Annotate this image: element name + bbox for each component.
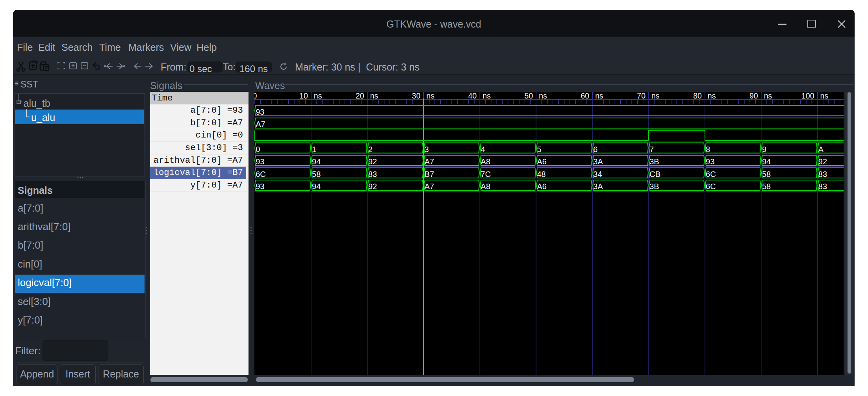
svg-text:ns: ns	[370, 92, 378, 100]
svg-text:B7: B7	[424, 170, 434, 178]
svg-text:A6: A6	[537, 157, 546, 166]
svg-text:60: 60	[581, 92, 589, 100]
svg-text:58: 58	[762, 182, 771, 191]
svg-text:6C: 6C	[706, 182, 716, 191]
svg-text:92: 92	[368, 182, 377, 191]
svg-text:94: 94	[312, 157, 321, 166]
svg-text:6C: 6C	[256, 170, 266, 178]
svg-text:20: 20	[356, 92, 364, 100]
svg-text:3A: 3A	[593, 157, 603, 166]
svg-text:83: 83	[368, 170, 377, 178]
svg-text:94: 94	[762, 157, 771, 166]
svg-text:93: 93	[706, 157, 714, 166]
svg-text:100: 100	[801, 92, 814, 100]
svg-text:8: 8	[706, 145, 710, 154]
svg-text:3B: 3B	[649, 157, 659, 166]
svg-text:4: 4	[480, 145, 485, 154]
svg-text:A8: A8	[480, 182, 490, 191]
svg-text:0: 0	[256, 145, 260, 154]
svg-text:A6: A6	[537, 182, 546, 191]
svg-text:CB: CB	[649, 170, 660, 178]
svg-text:A7: A7	[256, 120, 265, 128]
svg-text:58: 58	[312, 170, 321, 178]
svg-text:40: 40	[468, 92, 477, 100]
svg-text:9: 9	[762, 145, 766, 154]
svg-text:ns: ns	[314, 92, 322, 100]
svg-text:2: 2	[368, 145, 373, 154]
svg-text:A7: A7	[424, 182, 434, 191]
svg-text:1: 1	[312, 145, 316, 154]
svg-text:80: 80	[693, 92, 702, 100]
svg-text:10: 10	[299, 92, 308, 100]
svg-text:ns: ns	[651, 92, 660, 100]
svg-text:A: A	[818, 145, 823, 154]
svg-text:A8: A8	[480, 157, 490, 166]
svg-text:6: 6	[593, 145, 597, 154]
svg-text:ns: ns	[482, 92, 491, 100]
svg-text:93: 93	[256, 157, 264, 166]
svg-text:7: 7	[649, 145, 654, 154]
svg-text:50: 50	[524, 92, 533, 100]
svg-text:30: 30	[412, 92, 421, 100]
svg-text:0: 0	[254, 92, 257, 100]
svg-text:58: 58	[762, 170, 771, 178]
svg-text:6C: 6C	[706, 170, 716, 178]
svg-text:5: 5	[537, 145, 541, 154]
svg-text:93: 93	[256, 182, 264, 191]
svg-text:A7: A7	[424, 157, 434, 166]
svg-text:92: 92	[368, 157, 377, 166]
svg-text:3: 3	[424, 145, 428, 154]
svg-text:83: 83	[818, 170, 827, 178]
svg-text:93: 93	[256, 108, 264, 116]
svg-text:ns: ns	[539, 92, 547, 100]
svg-text:ns: ns	[595, 92, 603, 100]
svg-text:3A: 3A	[593, 182, 603, 191]
svg-text:70: 70	[637, 92, 645, 100]
svg-text:7C: 7C	[480, 170, 491, 178]
svg-text:83: 83	[818, 182, 827, 191]
svg-text:ns: ns	[764, 92, 772, 100]
svg-text:92: 92	[818, 157, 827, 166]
svg-text:48: 48	[537, 170, 545, 178]
svg-text:90: 90	[749, 92, 758, 100]
svg-text:ns: ns	[708, 92, 716, 100]
svg-text:3B: 3B	[649, 182, 659, 191]
svg-text:ns: ns	[426, 92, 434, 100]
svg-text:34: 34	[593, 170, 602, 178]
svg-text:ns: ns	[820, 92, 828, 100]
svg-text:94: 94	[312, 182, 321, 191]
